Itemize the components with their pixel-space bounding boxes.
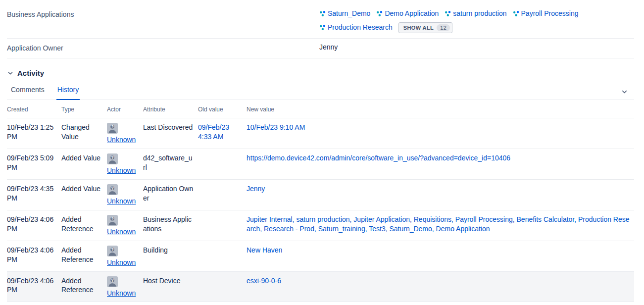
field-divider xyxy=(7,58,634,58)
old-value-link[interactable]: 09/Feb/23 4:33 AM xyxy=(198,123,229,141)
new-value-link[interactable]: New Haven xyxy=(247,246,282,254)
business-application-icon xyxy=(445,10,451,17)
cell-attribute xyxy=(143,302,198,305)
new-value-link[interactable]: Jenny xyxy=(247,185,265,193)
cell-actor: ?Unknown xyxy=(107,210,143,241)
cell-created: 09/Feb/23 3:53 PM xyxy=(7,302,61,305)
column-header-type: Type xyxy=(61,100,107,118)
show-all-button[interactable]: SHOW ALL 12 xyxy=(398,22,453,33)
unknown-user-avatar: ? xyxy=(107,246,139,256)
business-application-icon xyxy=(319,10,326,17)
business-application-name: Production Research xyxy=(328,23,393,32)
cell-new xyxy=(247,302,634,305)
business-application-name: Saturn_Demo xyxy=(328,9,370,18)
actor-link[interactable]: Unknown xyxy=(107,166,136,174)
field-business-applications: Business Applications Saturn_DemoDemo Ap… xyxy=(7,5,634,38)
cell-attribute: d42_software_url xyxy=(143,149,198,180)
application-owner-value: Jenny xyxy=(319,43,634,52)
history-table: CreatedTypeActorAttributeOld valueNew va… xyxy=(7,100,634,305)
actor-link[interactable]: Unknown xyxy=(107,289,136,297)
column-header-attribute: Attribute xyxy=(143,100,198,118)
unknown-user-avatar: ? xyxy=(107,184,139,195)
cell-created: 09/Feb/23 4:06 PM xyxy=(7,241,61,271)
svg-text:?: ? xyxy=(111,216,113,221)
cell-new: https://demo.device42.com/admin/core/sof… xyxy=(247,149,634,180)
svg-text:?: ? xyxy=(111,124,113,129)
history-row: 09/Feb/23 5:09 PMAdded Value?Unknownd42_… xyxy=(7,149,634,180)
cell-old xyxy=(198,302,247,305)
svg-text:?: ? xyxy=(111,186,113,191)
actor-link[interactable]: Unknown xyxy=(107,197,136,205)
cell-attribute: Host Device xyxy=(143,271,198,302)
history-header-row: CreatedTypeActorAttributeOld valueNew va… xyxy=(7,100,634,118)
cell-actor: ?Unknown xyxy=(107,241,143,271)
svg-text:?: ? xyxy=(111,155,113,160)
cell-old xyxy=(198,179,247,210)
new-value-link[interactable]: esxi-90-0-6 xyxy=(247,277,281,285)
collapse-chevron-down-icon[interactable] xyxy=(621,88,634,100)
history-row: 09/Feb/23 4:06 PMAdded Reference?Unknown… xyxy=(7,241,634,271)
business-application-link[interactable]: Demo Application xyxy=(376,9,439,18)
cell-new: esxi-90-0-6 xyxy=(247,271,634,302)
cell-type: Added Reference xyxy=(61,271,107,302)
business-applications-list: Saturn_DemoDemo Applicationsaturn produc… xyxy=(319,9,634,33)
field-application-owner: Application Owner Jenny xyxy=(7,39,634,58)
tab-history[interactable]: History xyxy=(56,83,80,100)
column-header-created: Created xyxy=(7,100,61,118)
cell-type: Added Reference xyxy=(61,241,107,271)
cell-created: 09/Feb/23 5:09 PM xyxy=(7,149,61,180)
cell-type: Changed Value xyxy=(61,118,107,149)
history-row: 09/Feb/23 4:06 PMAdded Reference?Unknown… xyxy=(7,271,634,302)
cell-type: Added Value xyxy=(61,179,107,210)
history-row: 09/Feb/23 3:53 PMCreated?Unknown xyxy=(7,302,634,305)
business-application-name: Demo Application xyxy=(385,9,439,18)
new-value-link[interactable]: Jupiter Internal, saturn production, Jup… xyxy=(247,215,630,233)
history-table-body: 10/Feb/23 1:25 PMChanged Value?UnknownLa… xyxy=(7,118,634,305)
cell-old xyxy=(198,149,247,180)
cell-actor: ?Unknown xyxy=(107,149,143,180)
cell-old xyxy=(198,271,247,302)
business-application-icon xyxy=(376,10,383,17)
cell-attribute: Application Owner xyxy=(143,179,198,210)
activity-section-header[interactable]: Activity xyxy=(7,68,634,78)
new-value-link[interactable]: 10/Feb/23 9:10 AM xyxy=(247,123,305,131)
activity-tabs-row: CommentsHistory xyxy=(7,83,634,100)
unknown-user-avatar: ? xyxy=(107,123,139,134)
actor-link[interactable]: Unknown xyxy=(107,136,136,144)
unknown-user-avatar: ? xyxy=(107,153,139,164)
business-application-link[interactable]: saturn production xyxy=(445,9,506,18)
business-application-icon xyxy=(319,24,326,31)
cell-actor: ?Unknown xyxy=(107,271,143,302)
cell-new: Jenny xyxy=(247,179,634,210)
cell-actor: ?Unknown xyxy=(107,179,143,210)
cell-attribute: Building xyxy=(143,241,198,271)
actor-link[interactable]: Unknown xyxy=(107,258,136,266)
cell-new: Jupiter Internal, saturn production, Jup… xyxy=(247,210,634,241)
unknown-user-avatar: ? xyxy=(107,276,139,287)
business-application-link[interactable]: Payroll Processing xyxy=(513,9,579,18)
cell-actor: ?Unknown xyxy=(107,118,143,149)
svg-text:?: ? xyxy=(111,247,113,252)
cell-new: New Haven xyxy=(247,241,634,271)
actor-link[interactable]: Unknown xyxy=(107,228,136,236)
business-application-name: Payroll Processing xyxy=(521,9,579,18)
cell-created: 09/Feb/23 4:06 PM xyxy=(7,271,61,302)
cell-created: 10/Feb/23 1:25 PM xyxy=(7,118,61,149)
cell-attribute: Business Applications xyxy=(143,210,198,241)
issue-detail-panel: Business Applications Saturn_DemoDemo Ap… xyxy=(0,0,644,305)
new-value-link[interactable]: https://demo.device42.com/admin/core/sof… xyxy=(247,154,510,162)
activity-title: Activity xyxy=(17,68,44,78)
cell-created: 09/Feb/23 4:06 PM xyxy=(7,210,61,241)
cell-old xyxy=(198,210,247,241)
show-all-label: SHOW ALL xyxy=(403,25,434,31)
chevron-down-icon xyxy=(7,70,14,77)
show-all-count-badge: 12 xyxy=(437,24,450,31)
application-owner-label: Application Owner xyxy=(7,43,319,53)
svg-text:?: ? xyxy=(111,278,113,283)
column-header-actor: Actor xyxy=(107,100,143,118)
tab-comments[interactable]: Comments xyxy=(10,83,46,100)
business-application-link[interactable]: Saturn_Demo xyxy=(319,9,370,18)
cell-attribute: Last Discovered xyxy=(143,118,198,149)
business-application-link[interactable]: Production Research xyxy=(319,23,393,32)
column-header-old-value: Old value xyxy=(198,100,247,118)
